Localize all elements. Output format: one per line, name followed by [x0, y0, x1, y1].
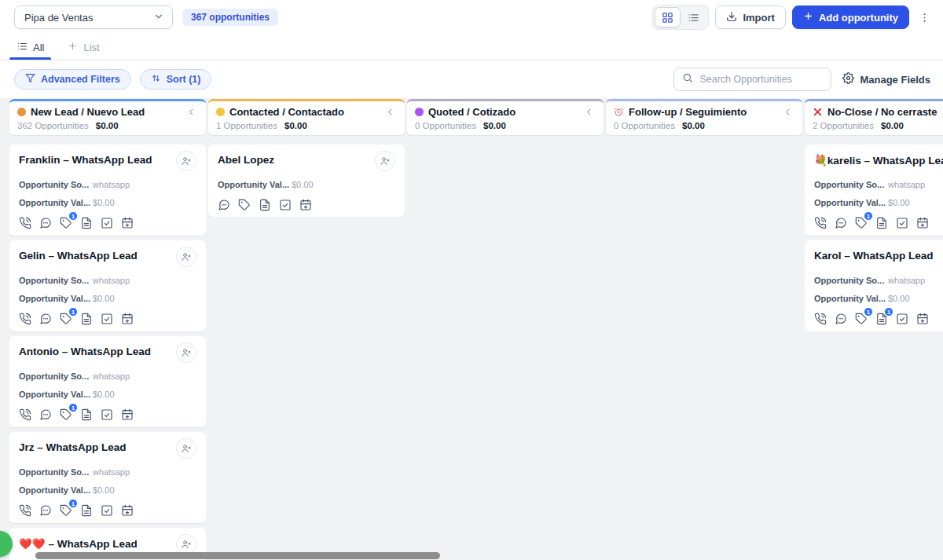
- card-action-icons: 1: [19, 504, 196, 517]
- phone-call-icon[interactable]: [19, 313, 31, 325]
- collapse-column-button[interactable]: [582, 105, 596, 119]
- opportunity-card[interactable]: Antonio – WhatsApp LeadOpportunity So...…: [9, 336, 206, 427]
- tag-icon[interactable]: [238, 199, 251, 211]
- more-options-button[interactable]: [917, 9, 932, 27]
- message-icon: [39, 504, 52, 517]
- kanban-board: New Lead / Nuevo Lead362 Opportunities$0…: [0, 98, 943, 560]
- horizontal-scrollbar-thumb[interactable]: [35, 552, 440, 559]
- message-icon[interactable]: [39, 313, 52, 325]
- opportunity-card[interactable]: Jrz – WhatsApp LeadOpportunity So...what…: [9, 432, 206, 523]
- note-icon[interactable]: [259, 199, 271, 211]
- message-icon[interactable]: [835, 217, 847, 229]
- card-action-icons: 1: [19, 408, 196, 421]
- phone-call-icon[interactable]: [814, 217, 827, 229]
- chevron-down-icon: [153, 11, 164, 24]
- opportunity-card[interactable]: Gelin – WhatsApp LeadOpportunity So...wh…: [9, 240, 206, 331]
- user-x-icon: [181, 539, 192, 550]
- phone-call-icon[interactable]: [19, 408, 31, 421]
- note-icon[interactable]: [80, 504, 93, 517]
- pipeline-column: Contacted / Contactado1 Opportunities$0.…: [208, 99, 405, 560]
- tag-icon[interactable]: 1: [60, 408, 72, 421]
- collapse-column-button[interactable]: [185, 105, 198, 119]
- column-cards: 💐karelis – WhatsApp LeadOpportunity So..…: [805, 145, 943, 331]
- advanced-filters-button[interactable]: Advanced Filters: [14, 69, 131, 90]
- assign-user-button[interactable]: [176, 342, 196, 363]
- download-icon: [726, 11, 737, 24]
- assign-user-button[interactable]: [176, 151, 196, 171]
- note-icon[interactable]: [80, 313, 93, 325]
- assign-user-button[interactable]: [176, 438, 196, 459]
- opportunity-title: Franklin – WhatsApp Lead: [19, 151, 152, 166]
- message-icon[interactable]: [835, 313, 847, 325]
- advanced-filters-label: Advanced Filters: [41, 74, 120, 85]
- stage-color-dot: [17, 108, 26, 116]
- grid-view-button[interactable]: [655, 7, 681, 27]
- manage-fields-button[interactable]: Manage Fields: [842, 72, 930, 86]
- pipeline-column: Quoted / Cotizado0 Opportunities$0.00: [407, 99, 604, 560]
- calendar-icon[interactable]: [121, 217, 134, 229]
- column-header: New Lead / Nuevo Lead362 Opportunities$0…: [9, 99, 206, 135]
- note-icon[interactable]: [80, 217, 93, 229]
- task-check-icon[interactable]: [101, 313, 113, 325]
- calendar-icon[interactable]: [121, 313, 134, 325]
- tag-icon[interactable]: 1: [60, 217, 72, 229]
- assign-user-button[interactable]: [176, 247, 196, 267]
- column-opportunity-value: $0.00: [483, 121, 506, 130]
- task-check-icon[interactable]: [101, 217, 113, 229]
- collapse-column-button[interactable]: [781, 105, 794, 119]
- opportunity-card[interactable]: 💐karelis – WhatsApp LeadOpportunity So..…: [805, 145, 943, 236]
- phone-call-icon[interactable]: [19, 217, 31, 229]
- message-icon[interactable]: [218, 199, 230, 211]
- note-icon[interactable]: [80, 408, 93, 421]
- task-check-icon[interactable]: [896, 217, 908, 229]
- task-check-icon[interactable]: [896, 313, 908, 325]
- assign-user-button[interactable]: [375, 151, 395, 171]
- user-x-icon: [380, 156, 391, 167]
- opportunity-card[interactable]: Abel LopezOpportunity Val...$0.00: [208, 145, 405, 217]
- calendar-icon[interactable]: [121, 504, 134, 517]
- sort-button[interactable]: Sort (1): [140, 69, 212, 90]
- search-input[interactable]: [699, 74, 823, 85]
- import-button[interactable]: Import: [715, 5, 785, 29]
- field-value: whatsapp: [93, 372, 130, 381]
- opportunity-title: Karol – WhatsApp Lead: [814, 247, 934, 262]
- task-check-icon: [896, 217, 908, 229]
- calendar-icon[interactable]: [121, 408, 134, 421]
- manage-fields-label: Manage Fields: [860, 74, 930, 86]
- tab-all[interactable]: All: [17, 35, 44, 60]
- opportunity-field: Opportunity Val...$0.00: [814, 197, 943, 207]
- collapse-column-button[interactable]: [383, 105, 397, 119]
- tag-icon[interactable]: 1: [60, 504, 72, 517]
- message-icon: [835, 217, 847, 229]
- tag-icon[interactable]: 1: [60, 313, 72, 325]
- field-label: Opportunity So...: [19, 180, 93, 189]
- task-check-icon[interactable]: [101, 408, 113, 421]
- task-check-icon[interactable]: [279, 199, 292, 211]
- phone-call-icon[interactable]: [19, 504, 31, 517]
- message-icon[interactable]: [39, 408, 52, 421]
- note-icon[interactable]: [875, 217, 888, 229]
- opportunity-card[interactable]: Karol – WhatsApp LeadOpportunity So...wh…: [805, 240, 943, 331]
- message-icon[interactable]: [39, 217, 52, 229]
- pipeline-select[interactable]: Pipa de Ventas: [14, 5, 173, 29]
- tag-icon[interactable]: 1: [855, 217, 868, 229]
- calendar-icon[interactable]: [916, 217, 929, 229]
- grid-icon: [662, 12, 673, 24]
- stage-color-dot: [415, 108, 424, 116]
- list-view-button[interactable]: [681, 7, 706, 27]
- message-icon: [39, 217, 52, 229]
- note-icon[interactable]: 1: [875, 313, 888, 325]
- tag-icon[interactable]: 1: [855, 313, 868, 325]
- add-opportunity-button[interactable]: Add opportunity: [792, 5, 909, 29]
- chevron-left-icon: [186, 107, 196, 117]
- opportunity-card[interactable]: Franklin – WhatsApp LeadOpportunity So..…: [9, 145, 206, 236]
- phone-call-icon[interactable]: [814, 313, 827, 325]
- calendar-icon[interactable]: [299, 199, 312, 211]
- title-emoji: ❤️❤️: [19, 538, 46, 550]
- calendar-icon[interactable]: [916, 313, 929, 325]
- task-check-icon[interactable]: [101, 504, 113, 517]
- message-icon[interactable]: [39, 504, 52, 517]
- opportunity-title: ❤️❤️ – WhatsApp Lead: [19, 534, 138, 550]
- tab-add-list[interactable]: List: [68, 35, 99, 60]
- column-opportunity-count: 0 Opportunities: [614, 121, 675, 130]
